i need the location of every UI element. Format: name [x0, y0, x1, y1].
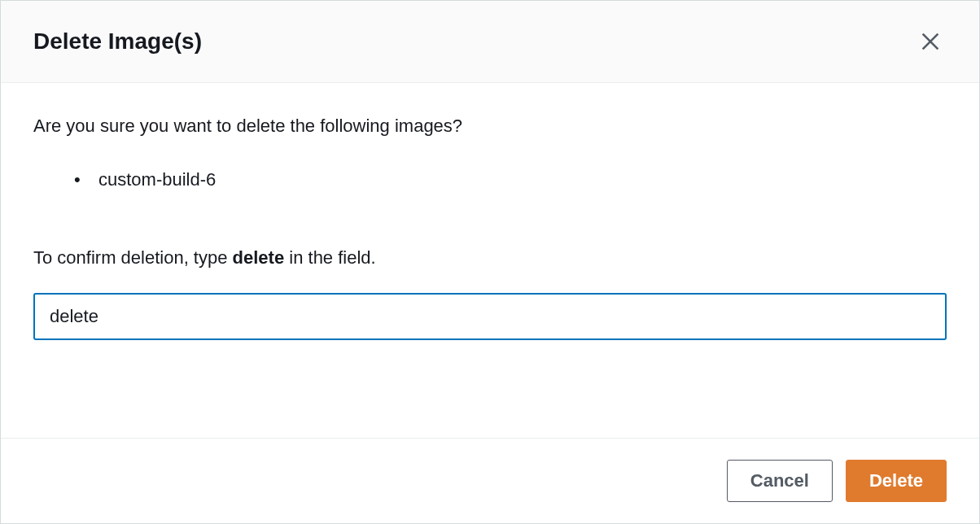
modal-body: Are you sure you want to delete the foll… [1, 83, 979, 438]
cancel-button[interactable]: Cancel [727, 460, 833, 502]
modal-footer: Cancel Delete [1, 438, 979, 523]
confirm-instruction: To confirm deletion, type delete in the … [33, 247, 947, 269]
modal-title: Delete Image(s) [33, 28, 202, 55]
confirm-question: Are you sure you want to delete the foll… [33, 116, 947, 137]
delete-images-modal: Delete Image(s) Are you sure you want to… [0, 0, 980, 524]
instruction-keyword: delete [233, 247, 285, 268]
image-list: custom-build-6 [33, 169, 947, 190]
instruction-prefix: To confirm deletion, type [33, 247, 233, 268]
close-button[interactable] [914, 25, 947, 58]
modal-header: Delete Image(s) [1, 1, 979, 83]
list-item: custom-build-6 [74, 169, 947, 190]
close-icon [919, 30, 942, 53]
instruction-suffix: in the field. [284, 247, 376, 268]
delete-button[interactable]: Delete [846, 460, 947, 502]
confirm-input[interactable] [33, 293, 947, 340]
